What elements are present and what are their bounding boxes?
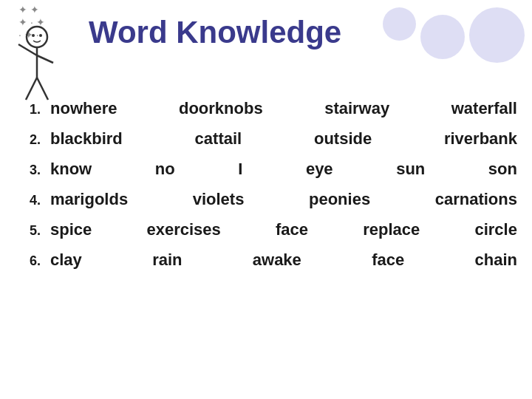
row-number: 5. (30, 221, 50, 241)
word-list: 1.nowheredoorknobsstairwaywaterfall2.bla… (30, 96, 517, 272)
word-item: spice (50, 217, 92, 242)
word-item: marigolds (50, 187, 128, 211)
word-item: nowhere (50, 96, 117, 120)
word-row: 6.clayrainawakefacechain (30, 248, 517, 272)
word-item: face (372, 248, 404, 272)
word-item: circle (474, 217, 517, 242)
word-item: outside (314, 126, 372, 151)
word-item: waterfall (451, 96, 517, 120)
word-item: cattail (195, 126, 242, 151)
svg-line-5 (37, 55, 53, 63)
word-row: 5.spiceexercisesfacereplacecircle (30, 217, 517, 242)
svg-point-0 (27, 27, 47, 47)
word-item: doorknobs (179, 96, 263, 120)
row-number: 6. (30, 251, 50, 271)
row-words: spiceexercisesfacereplacecircle (50, 217, 517, 242)
word-row: 3.knownoIeyesunson (30, 157, 517, 181)
word-item: no (155, 157, 175, 181)
row-number: 4. (30, 191, 50, 211)
word-item: exercises (146, 217, 220, 242)
page-title: Word Knowledge (89, 15, 406, 50)
word-item: know (50, 157, 92, 181)
svg-point-2 (39, 34, 42, 37)
word-item: clay (50, 248, 82, 272)
row-words: clayrainawakefacechain (50, 248, 517, 272)
word-item: violets (193, 187, 245, 211)
row-words: blackbirdcattailoutsideriverbank (50, 126, 517, 151)
row-number: 1. (30, 100, 50, 120)
word-item: face (276, 217, 308, 242)
word-row: 4.marigoldsvioletspeoniescarnations (30, 187, 517, 211)
word-row: 2.blackbirdcattailoutsideriverbank (30, 126, 517, 151)
row-words: nowheredoorknobsstairwaywaterfall (50, 96, 517, 120)
row-words: marigoldsvioletspeoniescarnations (50, 187, 517, 211)
title-area: Word Knowledge (89, 15, 406, 50)
word-item: blackbird (50, 126, 123, 151)
word-item: son (488, 157, 517, 181)
word-item: carnations (435, 187, 517, 211)
circle-large (469, 7, 525, 63)
word-item: stairway (324, 96, 389, 120)
word-item: riverbank (444, 126, 517, 151)
word-item: awake (253, 248, 301, 272)
word-item: sun (396, 157, 425, 181)
word-item: replace (363, 217, 420, 242)
row-number: 3. (30, 160, 50, 180)
word-item: rain (152, 248, 182, 272)
word-item: peonies (309, 187, 370, 211)
page: ✦ ✦✦ · ✦· ✦ · Word Knowledge 1.no (0, 0, 532, 399)
row-number: 2. (30, 130, 50, 150)
word-item: I (238, 157, 242, 181)
word-item: eye (306, 157, 333, 181)
circle-medium (420, 15, 465, 59)
word-item: chain (474, 248, 516, 272)
row-words: knownoIeyesunson (50, 157, 517, 181)
word-list-content: 1.nowheredoorknobsstairwaywaterfall2.bla… (30, 96, 517, 278)
word-row: 1.nowheredoorknobsstairwaywaterfall (30, 96, 517, 120)
svg-point-1 (32, 34, 35, 37)
